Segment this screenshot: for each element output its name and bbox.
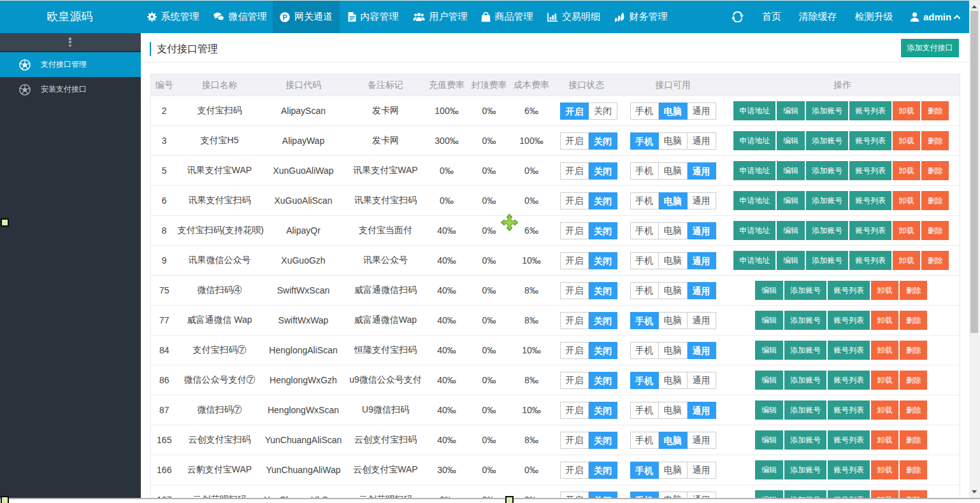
- svg-text:P: P: [282, 13, 287, 20]
